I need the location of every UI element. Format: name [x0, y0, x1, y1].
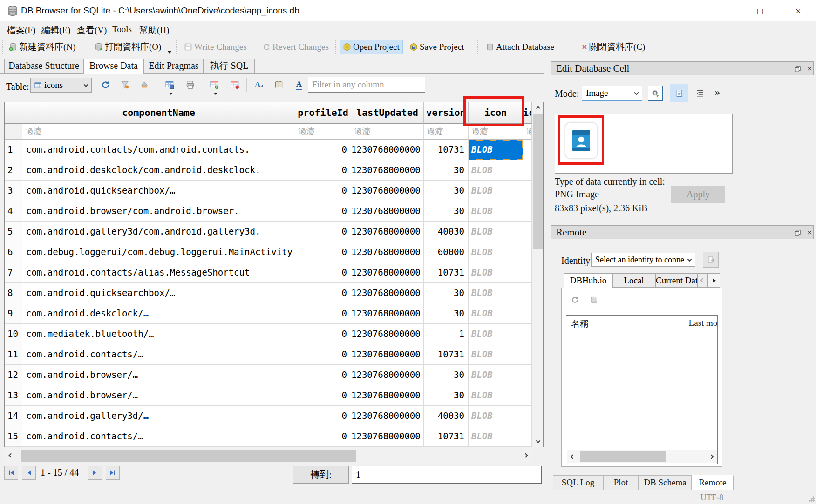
- scroll-right-icon[interactable]: [520, 450, 531, 461]
- cell-profileId[interactable]: 0: [295, 406, 351, 426]
- cell-version[interactable]: 10731: [424, 426, 469, 447]
- cell-profileId[interactable]: 0: [295, 160, 351, 181]
- close-panel-icon[interactable]: ×: [805, 228, 814, 237]
- column-header-lastUpdated[interactable]: lastUpdated: [351, 102, 424, 124]
- cell-partial[interactable]: [523, 406, 532, 426]
- filter-input-partial[interactable]: 過濾: [523, 124, 532, 140]
- scroll-thumb[interactable]: [580, 451, 666, 462]
- bottom-tab-plot[interactable]: Plot: [603, 475, 639, 490]
- remote-clone-db-icon[interactable]: [587, 294, 599, 306]
- remote-list-column-lastmodified[interactable]: Last mo: [685, 316, 717, 332]
- menu-view[interactable]: 查看(V): [74, 23, 109, 37]
- cell-partial[interactable]: [523, 283, 532, 303]
- cell-profileId[interactable]: 0: [295, 262, 351, 283]
- cell-profileId[interactable]: 0: [295, 222, 351, 242]
- scroll-up-icon[interactable]: [532, 102, 544, 114]
- cell-lastUpdated[interactable]: 1230768000000: [351, 406, 424, 426]
- tab-execute-sql[interactable]: 執行 SQL: [204, 59, 255, 73]
- cell-version[interactable]: 30: [424, 385, 469, 406]
- float-panel-icon[interactable]: [793, 228, 802, 237]
- horizontal-scrollbar[interactable]: [4, 448, 532, 463]
- export-dropdown-icon[interactable]: [169, 93, 173, 95]
- cell-profileId[interactable]: 0: [295, 324, 351, 344]
- maximize-button[interactable]: □: [749, 4, 771, 18]
- cell-componentName[interactable]: com.android.browser/…: [22, 365, 295, 385]
- tab-database-structure[interactable]: Database Structure: [4, 59, 83, 73]
- word-wrap-icon[interactable]: [694, 87, 707, 100]
- cell-partial[interactable]: [523, 140, 532, 160]
- cell-componentName[interactable]: com.android.contacts/…: [22, 426, 295, 447]
- open-database-button[interactable]: 打開資料庫(O): [92, 40, 164, 54]
- cell-componentName[interactable]: com.android.gallery3d/com.android.galler…: [22, 222, 295, 242]
- cell-version[interactable]: 30: [424, 181, 469, 201]
- row-number[interactable]: 5: [5, 222, 22, 242]
- float-panel-icon[interactable]: [793, 64, 802, 74]
- vertical-scrollbar[interactable]: [532, 102, 543, 447]
- cell-lastUpdated[interactable]: 1230768000000: [351, 242, 424, 262]
- cell-lastUpdated[interactable]: 1230768000000: [351, 201, 424, 222]
- cell-lastUpdated[interactable]: 1230768000000: [351, 365, 424, 385]
- cell-lastUpdated[interactable]: 1230768000000: [351, 344, 424, 365]
- save-filter-icon[interactable]: [137, 78, 151, 92]
- cell-partial[interactable]: [523, 222, 532, 242]
- bottom-tab-remote[interactable]: Remote: [692, 475, 734, 490]
- cell-componentName[interactable]: com.android.deskclock/…: [22, 303, 295, 324]
- filter-input-version[interactable]: 過濾: [424, 124, 469, 140]
- row-number[interactable]: 9: [5, 303, 22, 324]
- next-page-button[interactable]: [88, 466, 102, 480]
- encoding-indicator[interactable]: UTF-8: [700, 493, 723, 503]
- cell-profileId[interactable]: 0: [295, 426, 351, 447]
- cell-partial[interactable]: [523, 160, 532, 181]
- row-number[interactable]: 11: [5, 344, 22, 365]
- cell-partial[interactable]: [523, 426, 532, 447]
- encoding-book-icon[interactable]: [272, 78, 286, 92]
- cell-icon[interactable]: BLOB: [469, 181, 523, 201]
- first-page-button[interactable]: [4, 466, 18, 480]
- cell-partial[interactable]: [523, 385, 532, 406]
- cell-componentName[interactable]: com.android.contacts/alias.MessageShortc…: [22, 262, 295, 283]
- row-number[interactable]: 4: [5, 201, 22, 222]
- cell-profileId[interactable]: 0: [295, 201, 351, 222]
- cell-lastUpdated[interactable]: 1230768000000: [351, 181, 424, 201]
- filter-input-profileId[interactable]: 過濾: [295, 124, 351, 140]
- cell-icon[interactable]: BLOB: [469, 385, 523, 406]
- row-number[interactable]: 12: [5, 365, 22, 385]
- menu-tools[interactable]: Tools: [109, 23, 135, 35]
- last-page-button[interactable]: [106, 466, 120, 480]
- export-table-button[interactable]: [163, 78, 177, 92]
- cell-icon[interactable]: BLOB: [469, 242, 523, 262]
- text-mode-button[interactable]: [670, 84, 688, 102]
- cell-lastUpdated[interactable]: 1230768000000: [351, 160, 424, 181]
- goto-row-input[interactable]: [352, 466, 542, 484]
- remote-tab-current-database[interactable]: Current Dat: [655, 273, 697, 288]
- refresh-button[interactable]: [98, 78, 112, 92]
- cell-partial[interactable]: [523, 242, 532, 262]
- row-number[interactable]: 14: [5, 406, 22, 426]
- cell-version[interactable]: 30: [424, 365, 469, 385]
- cell-lastUpdated[interactable]: 1230768000000: [351, 426, 424, 447]
- cell-version[interactable]: 40030: [424, 406, 469, 426]
- cell-componentName[interactable]: com.android.quicksearchbox/…: [22, 283, 295, 303]
- minimize-button[interactable]: –: [712, 4, 734, 18]
- open-database-dropdown-icon[interactable]: [167, 51, 172, 54]
- cell-partial[interactable]: [523, 201, 532, 222]
- filter-any-column-input[interactable]: [308, 77, 425, 93]
- cell-version[interactable]: 60000: [424, 242, 469, 262]
- apply-button[interactable]: Apply: [671, 186, 725, 203]
- cell-version[interactable]: 10731: [424, 344, 469, 365]
- cell-icon[interactable]: BLOB: [469, 160, 523, 181]
- vertical-scroll-thumb[interactable]: [533, 114, 543, 249]
- cell-icon[interactable]: BLOB: [469, 406, 523, 426]
- cell-lastUpdated[interactable]: 1230768000000: [351, 222, 424, 242]
- new-database-button[interactable]: 新建資料庫(N): [6, 40, 78, 54]
- cell-icon[interactable]: BLOB: [469, 140, 523, 160]
- cell-version[interactable]: 30: [424, 303, 469, 324]
- cell-icon[interactable]: BLOB: [469, 365, 523, 385]
- cell-componentName[interactable]: com.mediatek.bluetooth/…: [22, 324, 295, 344]
- cell-icon[interactable]: BLOB: [469, 222, 523, 242]
- goto-button[interactable]: 轉到:: [293, 466, 349, 484]
- cell-partial[interactable]: [523, 344, 532, 365]
- cell-profileId[interactable]: 0: [295, 344, 351, 365]
- cell-lastUpdated[interactable]: 1230768000000: [351, 262, 424, 283]
- insert-dropdown-icon[interactable]: [214, 93, 218, 95]
